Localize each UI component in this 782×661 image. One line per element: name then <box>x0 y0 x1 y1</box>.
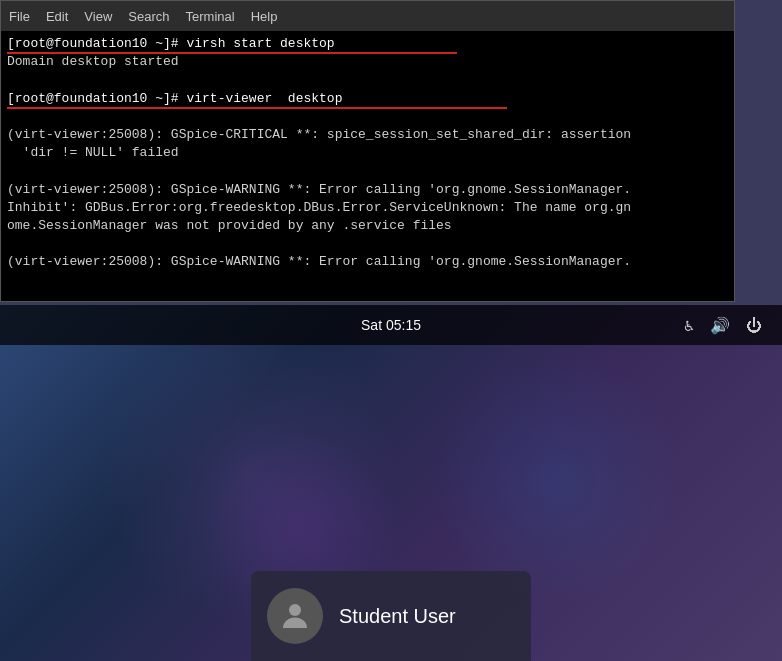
terminal-line-4: [root@foundation10 ~]# virt-viewer deskt… <box>7 90 728 108</box>
terminal-line-1: [root@foundation10 ~]# virsh start deskt… <box>7 35 728 53</box>
terminal-line-12 <box>7 235 728 253</box>
terminal-line-5 <box>7 108 728 126</box>
username-label: Student User <box>339 605 456 628</box>
menu-help[interactable]: Help <box>251 9 278 24</box>
terminal-line-8 <box>7 162 728 180</box>
taskbar-time: Sat 05:15 <box>361 317 421 333</box>
terminal-body[interactable]: [root@foundation10 ~]# virsh start deskt… <box>1 31 734 301</box>
svg-point-0 <box>289 604 301 616</box>
avatar-icon <box>277 598 313 634</box>
accessibility-icon[interactable]: ♿ <box>684 316 694 335</box>
taskbar-right-icons: ♿ 🔊 ⏻ <box>684 316 762 335</box>
terminal-line-10: Inhibit': GDBus.Error:org.freedesktop.DB… <box>7 199 728 217</box>
terminal-line-2: Domain desktop started <box>7 53 728 71</box>
terminal-window: File Edit View Search Terminal Help [roo… <box>0 0 735 302</box>
taskbar-time-area: Sat 05:15 <box>361 317 421 333</box>
menu-view[interactable]: View <box>84 9 112 24</box>
terminal-line-6: (virt-viewer:25008): GSpice-CRITICAL **:… <box>7 126 728 144</box>
terminal-line-7: 'dir != NULL' failed <box>7 144 728 162</box>
menu-edit[interactable]: Edit <box>46 9 68 24</box>
login-card[interactable]: Student User <box>251 571 531 661</box>
user-avatar <box>267 588 323 644</box>
terminal-line-13: (virt-viewer:25008): GSpice-WARNING **: … <box>7 253 728 271</box>
menu-terminal[interactable]: Terminal <box>186 9 235 24</box>
menu-file[interactable]: File <box>9 9 30 24</box>
terminal-line-3 <box>7 71 728 89</box>
volume-icon[interactable]: 🔊 <box>710 316 730 335</box>
menu-search[interactable]: Search <box>128 9 169 24</box>
terminal-menubar: File Edit View Search Terminal Help <box>1 1 734 31</box>
terminal-line-9: (virt-viewer:25008): GSpice-WARNING **: … <box>7 181 728 199</box>
terminal-line-11: ome.SessionManager was not provided by a… <box>7 217 728 235</box>
power-icon[interactable]: ⏻ <box>746 316 762 335</box>
wallpaper-blob-2 <box>432 355 682 605</box>
desktop-taskbar: Sat 05:15 ♿ 🔊 ⏻ <box>0 305 782 345</box>
